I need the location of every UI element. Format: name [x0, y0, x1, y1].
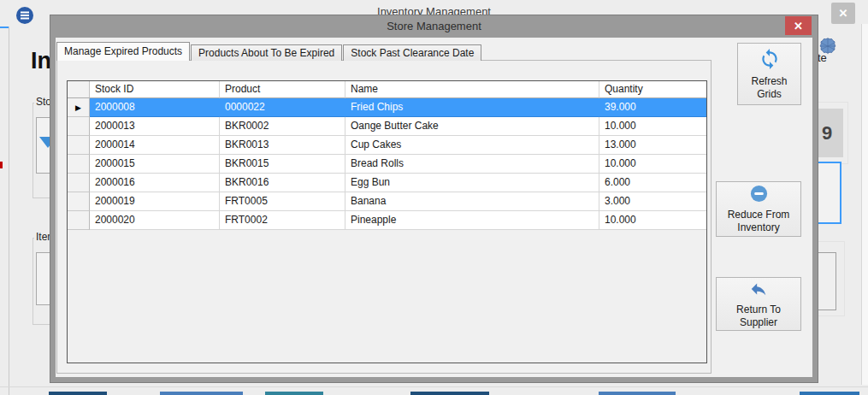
screen: Inventory Management ✕ In Stoc Iten te 9… [0, 0, 868, 395]
cell-stock-id[interactable]: 2000019 [90, 192, 220, 211]
cell-name[interactable]: Egg Bun [345, 174, 599, 192]
cell-stock-id[interactable]: 2000014 [90, 136, 220, 155]
cell-quantity[interactable]: 10.000 [599, 155, 707, 174]
column-header-stock-id[interactable]: Stock ID [90, 81, 220, 98]
cell-name[interactable]: Fried Chips [345, 98, 599, 117]
table-row[interactable]: 2000013BKR0002Oange Butter Cake10.000 [68, 117, 706, 136]
row-selector-cell[interactable] [68, 136, 90, 155]
return-arrow-icon [749, 280, 768, 301]
cell-product[interactable]: BKR0013 [220, 136, 345, 155]
close-icon: ✕ [794, 20, 803, 32]
tab-manage-expired-products[interactable]: Manage Expired Products [56, 42, 190, 61]
cell-product[interactable]: BKR0015 [220, 155, 345, 174]
cell-product[interactable]: BKR0002 [220, 117, 345, 136]
row-selector-cell[interactable] [68, 117, 90, 136]
parent-right-panel-edge [861, 24, 868, 385]
cell-product[interactable]: BKR0016 [220, 174, 345, 192]
dialog-title: Store Management [50, 15, 818, 38]
cell-product[interactable]: FRT0002 [220, 211, 345, 230]
reduce-from-inventory-button[interactable]: Reduce FromInventory [716, 181, 801, 237]
parent-heading-clipped: In [31, 48, 51, 74]
row-selector-cell[interactable]: ▶ [68, 98, 90, 117]
row-selector-cell[interactable] [68, 155, 90, 174]
cell-stock-id[interactable]: 2000015 [90, 155, 220, 174]
grid-body: ▶20000080000022Fried Chips39.0002000013B… [68, 98, 706, 230]
refresh-grids-button[interactable]: RefreshGrids [737, 43, 801, 105]
dialog-titlebar: Store Management ✕ [50, 15, 818, 38]
dialog-close-button[interactable]: ✕ [785, 16, 812, 35]
table-row[interactable]: 2000020FRT0002Pineapple10.000 [68, 211, 706, 230]
clipped-bottom-element [49, 392, 107, 395]
refresh-icon [759, 48, 781, 73]
cell-stock-id[interactable]: 2000020 [90, 211, 220, 230]
table-row[interactable]: 2000016BKR0016Egg Bun6.000 [68, 174, 706, 192]
update-button-label-clipped[interactable]: te [818, 51, 827, 64]
cell-stock-id[interactable]: 2000008 [90, 98, 220, 117]
column-header-product[interactable]: Product [220, 81, 345, 98]
row-selector-cell[interactable] [68, 174, 90, 192]
parent-left-divider [9, 27, 9, 395]
return-to-supplier-button[interactable]: Return ToSupplier [716, 277, 801, 331]
cell-quantity[interactable]: 3.000 [599, 192, 707, 211]
clipped-bottom-element [410, 392, 489, 395]
column-header-quantity[interactable]: Quantity [599, 81, 707, 98]
cell-name[interactable]: Banana [345, 192, 599, 211]
clipped-bottom-element [160, 392, 243, 395]
clipped-bottom-element [800, 392, 859, 395]
grid-header-row: Stock IDProductNameQuantity [68, 81, 706, 98]
tab-stock-past-clearance-date[interactable]: Stock Past Clearance Date [343, 44, 481, 61]
row-selector-cell[interactable] [68, 211, 90, 230]
cell-quantity[interactable]: 10.000 [599, 117, 707, 136]
cell-quantity[interactable]: 39.000 [599, 98, 707, 117]
parent-close-button[interactable]: ✕ [831, 3, 855, 24]
table-row[interactable]: 2000019FRT0005Banana3.000 [68, 192, 706, 211]
cell-quantity[interactable]: 10.000 [599, 211, 707, 230]
refresh-grids-label: RefreshGrids [751, 75, 787, 101]
clipped-bottom-element [265, 392, 323, 395]
parent-bottom-divider [0, 386, 868, 387]
cell-stock-id[interactable]: 2000013 [90, 117, 220, 136]
tab-products-about-to-be-expired[interactable]: Products About To Be Expired [191, 44, 342, 61]
tab-strip: Manage Expired ProductsProducts About To… [56, 42, 482, 61]
column-header-name[interactable]: Name [345, 81, 599, 98]
return-to-supplier-label: Return ToSupplier [736, 304, 781, 329]
cell-name[interactable]: Bread Rolls [345, 155, 599, 174]
cell-name[interactable]: Cup Cakes [345, 136, 599, 155]
grid-corner-cell[interactable] [68, 81, 90, 98]
table-row[interactable]: 2000014BKR0013Cup Cakes13.000 [68, 136, 706, 155]
clipped-bottom-element [599, 392, 676, 395]
store-management-dialog: Store Management ✕ Manage Expired Produc… [50, 15, 818, 382]
cell-product[interactable]: 0000022 [220, 98, 345, 117]
cell-quantity[interactable]: 6.000 [599, 174, 707, 192]
table-row[interactable]: ▶20000080000022Fried Chips39.000 [68, 98, 706, 117]
dialog-content: Manage Expired ProductsProducts About To… [56, 38, 812, 377]
row-selector-cell[interactable] [68, 192, 90, 211]
cell-quantity[interactable]: 13.000 [599, 136, 707, 155]
cell-product[interactable]: FRT0005 [220, 192, 345, 211]
clipped-red-marker [0, 162, 3, 168]
expired-products-grid: Stock IDProductNameQuantity ▶20000080000… [67, 80, 707, 363]
minus-circle-icon [749, 184, 769, 206]
clipped-sidebar-highlight [0, 27, 9, 28]
current-row-arrow-icon: ▶ [75, 103, 81, 112]
table-row[interactable]: 2000015BKR0015Bread Rolls10.000 [68, 155, 706, 174]
cell-name[interactable]: Oange Butter Cake [345, 117, 599, 136]
cell-stock-id[interactable]: 2000016 [90, 174, 220, 192]
cell-name[interactable]: Pineapple [345, 211, 599, 230]
reduce-from-inventory-label: Reduce FromInventory [728, 209, 790, 234]
